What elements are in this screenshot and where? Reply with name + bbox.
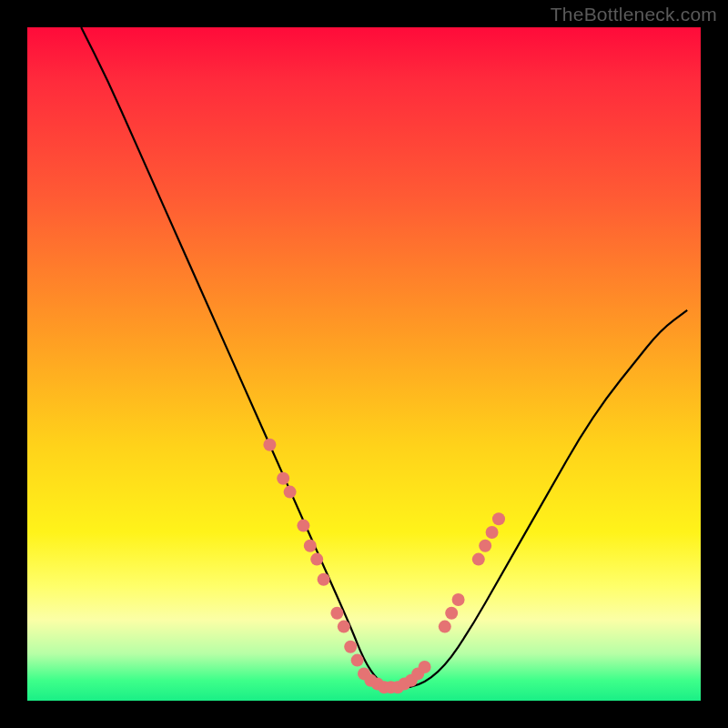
highlight-dots: [263, 439, 505, 693]
highlight-dot: [318, 573, 330, 586]
highlight-dot: [330, 607, 343, 620]
highlight-dot: [263, 439, 276, 451]
bottleneck-curve: [81, 27, 687, 687]
watermark-text: TheBottleneck.com: [551, 4, 717, 25]
highlight-dot: [304, 540, 317, 552]
highlight-dot: [277, 472, 289, 485]
curve-layer: [27, 27, 701, 701]
highlight-dot: [338, 621, 350, 633]
highlight-dot: [344, 641, 357, 653]
highlight-dot: [439, 621, 451, 633]
highlight-dot: [472, 553, 485, 566]
highlight-dot: [445, 607, 458, 620]
highlight-dot: [452, 593, 465, 606]
highlight-dot: [492, 512, 505, 525]
highlight-dot: [284, 486, 297, 499]
highlight-dot: [486, 526, 499, 539]
highlight-dot: [351, 654, 364, 667]
chart-frame: TheBottleneck.com: [0, 0, 728, 728]
highlight-dot: [310, 553, 323, 566]
highlight-dot: [297, 520, 309, 532]
highlight-dot: [419, 661, 431, 673]
highlight-dot: [479, 540, 491, 552]
